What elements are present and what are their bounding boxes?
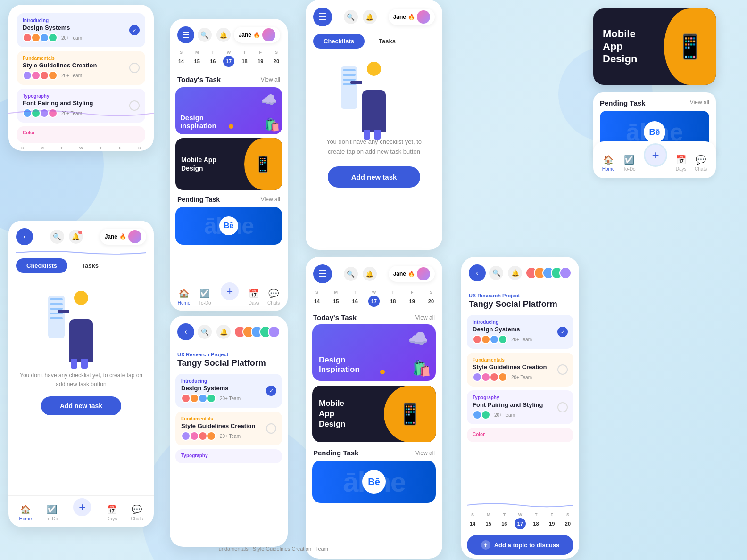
menu-icon-6[interactable]: ☰	[313, 264, 332, 283]
back-button-9[interactable]: ‹	[469, 264, 486, 281]
bell-icon-2[interactable]: 🔔	[69, 230, 83, 244]
check-9-1[interactable]	[557, 327, 568, 337]
cal-t-6[interactable]: T16	[349, 290, 361, 307]
plus-nav-icon-3[interactable]: +	[219, 281, 240, 302]
cal-day-t1[interactable]: T16	[56, 146, 67, 151]
nav-days-2[interactable]: 📅 Days	[106, 504, 117, 521]
cal-s-6[interactable]: S14	[311, 290, 323, 307]
add-new-task-btn-2[interactable]: Add new task	[41, 396, 121, 415]
cal-f-6[interactable]: F19	[407, 290, 418, 307]
nav-home-3[interactable]: 🏠 Home	[178, 288, 191, 305]
cal-s-3[interactable]: S14	[175, 50, 187, 67]
add-new-task-btn-5[interactable]: Add new task	[328, 166, 421, 188]
cal-day-s1[interactable]: S14	[17, 146, 28, 151]
view-all-pending-3[interactable]: View all	[261, 196, 280, 203]
view-all-6[interactable]: View all	[415, 314, 435, 321]
bell-icon-3[interactable]: 🔔	[216, 28, 231, 42]
search-icon-5[interactable]: 🔍	[344, 10, 358, 24]
tab-tasks-5[interactable]: Tasks	[368, 34, 406, 49]
cal-w-9[interactable]: W17	[515, 512, 526, 529]
check-9-2[interactable]	[557, 364, 568, 375]
topic-4-style-guidelines[interactable]: Fundamentals Style Guidelines Creation 2…	[175, 412, 282, 445]
t9-av-2	[481, 335, 490, 344]
cal-w-6[interactable]: W17	[368, 290, 380, 307]
plus-nav-right[interactable]: +	[644, 143, 667, 167]
cal-m-9[interactable]: M15	[483, 512, 494, 529]
design-inspiration-card-6[interactable]: DesignInspiration ☁️ 🛍️	[312, 324, 436, 381]
search-icon-3[interactable]: 🔍	[198, 28, 212, 42]
mobile-app-big-card[interactable]: Mobile App Design 📱	[593, 8, 716, 85]
user-badge-6: Jane 🔥	[389, 266, 435, 282]
nav-home-2[interactable]: 🏠 Home	[19, 504, 32, 521]
cal-th-3[interactable]: T18	[239, 50, 250, 67]
check-circle-2[interactable]	[129, 63, 140, 73]
nav-days-right[interactable]: 📅 Days	[676, 155, 687, 172]
nav-plus-2[interactable]: +	[72, 501, 92, 521]
cal-sa-9[interactable]: S20	[562, 512, 573, 529]
cal-day-w1[interactable]: W17	[75, 146, 87, 151]
cal-f-3[interactable]: F19	[255, 50, 266, 67]
topic-9-3[interactable]: Typography Font Pairing and Styling 20+ …	[467, 390, 573, 424]
topic-9-2[interactable]: Fundamentals Style Guidelines Creation 2…	[467, 353, 573, 387]
nav-home-right[interactable]: 🏠 Home	[602, 155, 615, 172]
check-4-2[interactable]	[266, 423, 276, 434]
topic-9-1[interactable]: Introducing Design Systems 20+ Team	[467, 315, 573, 349]
nav-todo-right[interactable]: ☑️ To-Do	[623, 155, 636, 172]
nav-plus-right[interactable]: +	[644, 148, 667, 172]
cal-t-9[interactable]: T16	[498, 512, 510, 529]
cal-day-m1[interactable]: M15	[36, 146, 48, 151]
bell-icon-9[interactable]: 🔔	[508, 266, 522, 280]
nav-chats-2[interactable]: 💬 Chats	[131, 504, 143, 521]
design-inspiration-card-3[interactable]: DesignInspiration ☁️ 🛍️	[175, 87, 282, 134]
topic-item-style-guidelines[interactable]: Fundamentals Style Guidelines Creation 2…	[17, 51, 145, 85]
view-all-right[interactable]: View all	[690, 99, 709, 107]
cal-w-3[interactable]: W17	[223, 50, 234, 67]
check-circle-1[interactable]	[129, 25, 140, 35]
behance-card-6[interactable]: āhne Bē	[312, 461, 436, 503]
cal-day-f1[interactable]: F19	[115, 146, 126, 151]
search-icon-2[interactable]: 🔍	[50, 230, 64, 244]
tab-tasks-2[interactable]: Tasks	[71, 258, 109, 273]
mobile-app-card-6[interactable]: MobileAppDesign 📱	[312, 386, 436, 442]
nav-todo-2[interactable]: ☑️ To-Do	[45, 504, 58, 521]
check-9-3[interactable]	[557, 402, 568, 412]
nav-days-3[interactable]: 📅 Days	[249, 288, 259, 305]
nav-chats-3[interactable]: 💬 Chats	[267, 288, 280, 305]
topic-item-design-systems[interactable]: Introducing Design Systems 20+ Team	[17, 13, 145, 47]
menu-icon-3[interactable]: ☰	[177, 26, 194, 43]
back-button-4[interactable]: ‹	[177, 323, 194, 340]
cal-t-3[interactable]: T16	[207, 50, 218, 67]
view-all-pending-6[interactable]: View all	[415, 450, 435, 456]
cal-th-9[interactable]: T18	[531, 512, 542, 529]
behance-card-3[interactable]: āhne Bē	[175, 207, 282, 245]
nav-plus-3[interactable]: +	[219, 285, 240, 305]
check-4-1[interactable]	[266, 386, 276, 396]
cal-sa-3[interactable]: S20	[271, 50, 282, 67]
search-icon-4[interactable]: 🔍	[198, 325, 212, 339]
search-icon-9[interactable]: 🔍	[489, 266, 503, 280]
menu-icon-5[interactable]: ☰	[313, 8, 332, 26]
bell-icon-6[interactable]: 🔔	[363, 267, 377, 281]
checklist-illustration-5	[306, 52, 442, 137]
view-all-3[interactable]: View all	[261, 76, 280, 83]
search-icon-6[interactable]: 🔍	[344, 267, 358, 281]
tab-checklists-2[interactable]: Checklists	[16, 258, 67, 273]
cal-day-t2[interactable]: T18	[95, 146, 106, 151]
nav-todo-3[interactable]: ☑️ To-Do	[199, 288, 211, 305]
bell-icon-4[interactable]: 🔔	[216, 325, 231, 339]
nav-chats-right[interactable]: 💬 Chats	[695, 155, 707, 172]
add-topic-button-9[interactable]: + Add a topic to discuss	[467, 535, 573, 555]
tab-checklists-5[interactable]: Checklists	[313, 34, 365, 49]
topic-4-design-systems[interactable]: Introducing Design Systems 20+ Team	[175, 374, 282, 408]
back-button-2[interactable]: ‹	[16, 228, 33, 245]
cal-day-s2[interactable]: S20	[134, 146, 145, 151]
cal-f-9[interactable]: F19	[546, 512, 557, 529]
bell-icon-5[interactable]: 🔔	[363, 10, 377, 24]
cal-th-6[interactable]: T18	[387, 290, 398, 307]
cal-m-6[interactable]: M15	[330, 290, 341, 307]
cal-sa-6[interactable]: S20	[425, 290, 437, 307]
mobile-app-card-3[interactable]: Mobile App Design 📱	[175, 138, 282, 190]
cal-m-3[interactable]: M15	[191, 50, 203, 67]
cal-s-9[interactable]: S14	[467, 512, 478, 529]
plus-nav-icon-2[interactable]: +	[72, 497, 92, 518]
